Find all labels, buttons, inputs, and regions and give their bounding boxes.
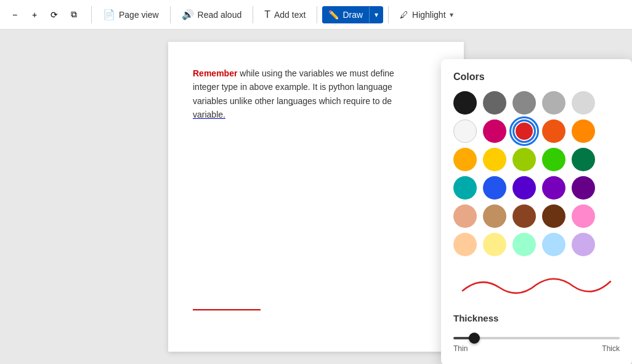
separator-3 [253,6,253,23]
color-dark-purple[interactable] [572,176,595,200]
red-underline-decoration [193,304,439,315]
color-pink[interactable] [572,204,595,228]
color-orange[interactable] [572,119,595,143]
slider-labels: Thin Thick [453,344,620,353]
newtab-button[interactable]: + [25,5,44,25]
color-magenta[interactable] [483,119,506,143]
highlight-button[interactable]: 🖊 Highlight ▾ [394,6,459,23]
color-skin[interactable] [453,204,477,228]
color-brown[interactable] [512,204,536,228]
main-content: Remember while using the variables we mu… [0,30,632,364]
readaloud-icon: 🔊 [182,9,194,20]
stroke-preview [453,266,620,303]
color-light-blue[interactable] [542,233,565,256]
draw-arrow-icon: ▾ [375,10,378,19]
draw-icon: ✏️ [328,10,339,20]
color-light-yellow[interactable] [483,233,506,256]
draw-dropdown-button[interactable]: ▾ [369,7,383,23]
thickness-slider-container: Thin Thick [453,331,620,353]
color-peach[interactable] [453,233,477,256]
separator-2 [170,6,171,23]
color-picker-popup: Colors [441,59,632,364]
minimize-button[interactable]: − [5,5,25,25]
color-amber[interactable] [453,148,477,171]
toolbar: − + ⟳ ⧉ 📄 Page view 🔊 Read aloud T Add t… [0,0,632,30]
color-yellow[interactable] [483,148,506,171]
draw-button-group: ✏️ Draw ▾ [322,6,383,23]
color-red[interactable] [512,119,536,143]
thick-label: Thick [602,344,620,353]
split-button[interactable]: ⧉ [64,5,84,25]
underline-blue-text: variable. [193,110,225,119]
separator-5 [388,6,389,23]
addtext-label: Add text [274,10,306,20]
color-dark-green[interactable] [572,148,595,171]
color-light-gray[interactable] [542,91,565,115]
color-tan[interactable] [483,204,506,228]
color-dark-gray[interactable] [483,91,506,115]
color-mint[interactable] [512,233,536,256]
addtext-icon: T [264,9,270,20]
document-page: Remember while using the variables we mu… [168,42,464,352]
highlight-label: Highlight [412,10,445,20]
color-grid [453,91,620,256]
color-black[interactable] [453,91,477,115]
addtext-button[interactable]: T Add text [258,6,312,24]
stroke-preview-svg [453,269,620,300]
color-pale-gray[interactable] [572,91,595,115]
red-underline-svg [193,307,267,312]
highlight-word: Remember [193,68,237,78]
pageview-icon: 📄 [103,9,115,20]
color-lavender[interactable] [572,233,595,256]
color-yellow-green[interactable] [512,148,536,171]
pageview-button[interactable]: 📄 Page view [97,5,165,24]
color-teal[interactable] [453,176,477,200]
color-orange-red[interactable] [542,119,565,143]
readaloud-label: Read aloud [198,10,242,20]
draw-label: Draw [342,10,363,20]
color-dark-brown[interactable] [542,204,565,228]
thickness-title: Thickness [453,313,620,323]
highlight-icon: 🖊 [400,10,408,20]
draw-main-button[interactable]: ✏️ Draw [322,6,369,23]
separator-4 [317,6,317,23]
color-indigo[interactable] [512,176,536,200]
dot-marker [291,103,293,105]
separator-1 [91,6,92,23]
thickness-slider[interactable] [453,337,620,339]
color-white[interactable] [453,119,477,143]
color-blue[interactable] [483,176,506,200]
color-medium-gray[interactable] [512,91,536,115]
highlight-arrow-icon: ▾ [450,10,453,19]
colors-title: Colors [453,71,620,83]
pageview-label: Page view [119,10,159,20]
color-purple[interactable] [542,176,565,200]
readaloud-button[interactable]: 🔊 Read aloud [176,5,248,24]
rotate-button[interactable]: ⟳ [44,5,64,25]
color-green[interactable] [542,148,565,171]
document-paragraph: Remember while using the variables we mu… [193,67,439,122]
thin-label: Thin [453,344,468,353]
window-controls: − + ⟳ ⧉ [5,5,84,25]
